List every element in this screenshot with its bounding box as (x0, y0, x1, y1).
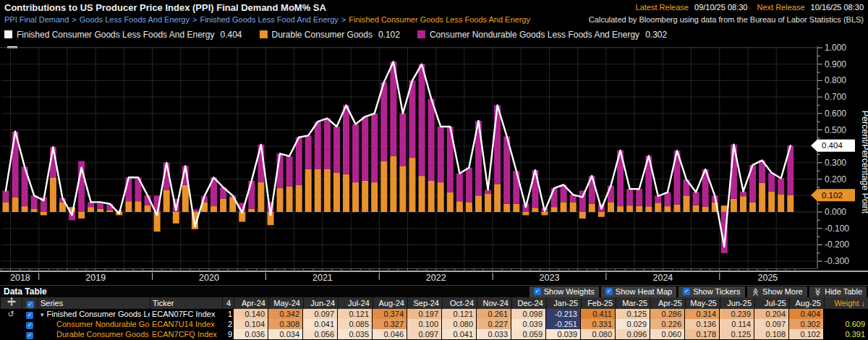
breadcrumb-link[interactable]: PPI Final Demand (4, 15, 69, 24)
ticker-column-header[interactable]: Ticker (150, 297, 222, 309)
month-column-header[interactable]: Jul-25 (754, 297, 789, 309)
month-column-header[interactable]: Jun-24 (303, 297, 338, 309)
series-name[interactable]: Durable Consumer Goods (56, 330, 149, 339)
chevrons-up-icon: ≪ (751, 287, 760, 296)
value-cell: 0.227 (477, 319, 511, 330)
value-cell: 0.039 (511, 319, 546, 330)
value-cell: -0.213 (546, 309, 581, 320)
row-checkbox-cell[interactable]: ✓ (22, 309, 38, 320)
ticker-cell[interactable]: ECAN7CFQ Index (150, 329, 222, 340)
value-cell: 0.039 (546, 329, 581, 340)
legend-label: Durable Consumer Goods (272, 30, 373, 40)
value-cell: 0.136 (685, 319, 720, 330)
select-all-cell[interactable]: ✓ (22, 297, 38, 309)
collapse-triangle-icon[interactable]: ▾ (41, 311, 44, 318)
weight-cell: 0.391 (824, 329, 868, 340)
page-title: Contributions to US Producer Price Index… (4, 2, 326, 13)
control-show-weights[interactable]: ✓Show Weights (529, 286, 599, 297)
month-column-header[interactable]: Apr-25 (650, 297, 685, 309)
axis-value-badge: 0.102 (811, 189, 855, 201)
release-info: Latest Release 09/10/25 08:30 Next Relea… (636, 3, 864, 12)
series-name[interactable]: Consumer Nondurable Goods ... (56, 320, 150, 328)
value-cell: 0.097 (407, 329, 442, 340)
row-checkbox[interactable]: ✓ (26, 312, 33, 319)
ticker-cell[interactable]: ECAN7U14 Index (150, 319, 222, 330)
checkbox-checked-icon[interactable]: ✓ (683, 288, 690, 295)
month-column-header[interactable]: Aug-25 (789, 297, 824, 309)
legend-label: Consumer Nondurable Goods Less Foods And… (430, 30, 639, 40)
series-cell[interactable]: ▾Finished Consumer Goods Less... (38, 309, 150, 320)
chart-plot-area[interactable]: 201820192020202120222023202420251.0000.9… (0, 41, 868, 285)
control-label: Show Heat Map (616, 287, 672, 296)
series-column-header[interactable]: Series (38, 297, 150, 309)
next-release-label: Next Release (757, 3, 804, 12)
row-icon-cell[interactable]: ↺ (0, 309, 22, 320)
y-axis-tick-label: 0.600 (825, 109, 846, 119)
breadcrumb-separator: > (72, 15, 76, 24)
value-cell: 0.100 (407, 319, 442, 330)
control-show-tickers[interactable]: ✓Show Tickers (678, 286, 744, 297)
y-axis-tick-label: 0.200 (825, 174, 846, 184)
control-show-heat-map[interactable]: ✓Show Heat Map (601, 286, 676, 297)
row-checkbox[interactable]: ✓ (26, 322, 33, 329)
month-column-header[interactable]: May-25 (685, 297, 720, 309)
breadcrumb[interactable]: PPI Final Demand>Goods Less Foods And En… (4, 15, 530, 24)
legend-swatch-icon (4, 30, 12, 38)
value-cell: 0.046 (373, 329, 407, 340)
bloomberg-chart-window: Contributions to US Producer Price Index… (0, 0, 868, 340)
ticker-name[interactable]: ECAN7CFQ Index (152, 330, 217, 339)
breadcrumb-link[interactable]: Finished Goods Less Food And Energy (200, 15, 338, 24)
row-checkbox[interactable]: ✓ (26, 332, 33, 339)
series-cell[interactable]: Consumer Nondurable Goods ... (38, 319, 150, 330)
value-cell: 0.097 (754, 319, 789, 330)
total-line (6, 61, 791, 247)
month-column-header[interactable]: Dec-24 (511, 297, 546, 309)
value-cell: 0.121 (442, 309, 477, 320)
month-column-header[interactable]: May-24 (268, 297, 303, 309)
month-column-header[interactable]: Mar-25 (616, 297, 650, 309)
ticker-name[interactable]: ECAN07FC Index (152, 310, 215, 318)
month-column-header[interactable]: Jan-25 (546, 297, 581, 309)
month-column-header[interactable]: Feb-25 (581, 297, 616, 309)
month-column-header[interactable]: Jul-24 (338, 297, 373, 309)
row-checkbox-cell[interactable]: ✓ (22, 329, 38, 340)
data-table-controls: ✓Show Weights✓Show Heat Map✓Show Tickers… (529, 286, 868, 297)
value-cell: 0.056 (303, 329, 338, 340)
month-column-header[interactable]: Oct-24 (442, 297, 477, 309)
month-column-header[interactable]: Nov-24 (477, 297, 511, 309)
x-axis-year-label: 2025 (757, 273, 778, 283)
source-note: Calculated by Bloomberg using data from … (589, 15, 864, 24)
legend-item[interactable]: Durable Consumer Goods0.102 (260, 30, 400, 40)
select-all-checkbox[interactable]: ✓ (27, 301, 34, 308)
legend-item[interactable]: Finished Consumer Goods Less Foods And E… (4, 30, 242, 40)
control-show-more[interactable]: ≪Show More (747, 286, 807, 297)
breadcrumb-current[interactable]: Finished Consumer Goods Less Foods And E… (349, 15, 530, 24)
ticker-name[interactable]: ECAN7U14 Index (152, 320, 215, 328)
month-column-header[interactable]: Aug-24 (373, 297, 407, 309)
month-column-header[interactable]: Jun-25 (720, 297, 754, 309)
legend-value: 0.102 (378, 30, 400, 40)
value-cell: 0.108 (754, 329, 789, 340)
series-cell[interactable]: Durable Consumer Goods (38, 329, 150, 340)
drill-up-icon[interactable]: ↺ (7, 310, 14, 318)
month-column-header[interactable]: Sep-24 (407, 297, 442, 309)
legend-swatch-icon (417, 30, 425, 38)
breadcrumb-link[interactable]: Goods Less Foods And Energy (80, 15, 190, 24)
month-column-header[interactable]: Apr-24 (234, 297, 268, 309)
y-axis-tick-label: 1.000 (825, 43, 846, 53)
control-hide-table[interactable]: ≪Hide Table (809, 286, 867, 297)
checkbox-checked-icon[interactable]: ✓ (605, 288, 613, 295)
value-cell: 0.342 (268, 309, 303, 320)
chart-svg[interactable]: 201820192020202120222023202420251.0000.9… (0, 41, 868, 285)
value-cell: 0.041 (303, 319, 338, 330)
value-cell: 0.204 (754, 309, 789, 320)
legend-item[interactable]: Consumer Nondurable Goods Less Foods And… (417, 30, 667, 40)
value-cell: 0.411 (581, 309, 616, 320)
ticker-cell[interactable]: ECAN07FC Index (150, 309, 222, 320)
move-icon[interactable] (0, 297, 22, 309)
row-checkbox-cell[interactable]: ✓ (22, 319, 38, 330)
checkbox-checked-icon[interactable]: ✓ (534, 288, 541, 295)
control-label: Show Weights (544, 287, 595, 296)
weight-column-header[interactable]: Weight ↓ (824, 297, 868, 309)
series-name[interactable]: Finished Consumer Goods Less... (47, 310, 150, 318)
